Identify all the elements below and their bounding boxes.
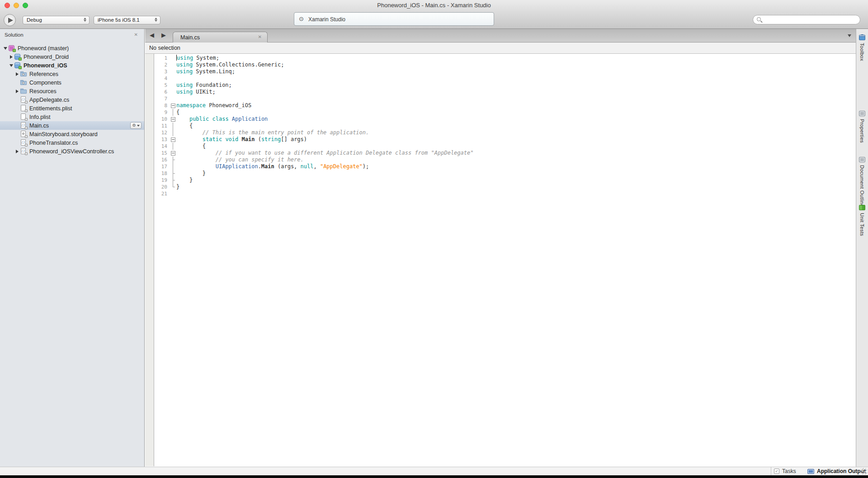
dock-tab-label: Toolbox [859, 43, 865, 61]
navigate-back-button[interactable]: ◀ [150, 32, 154, 38]
tree-item-label: PhoneTranslator.cs [29, 140, 78, 146]
dock-tab-toolbox[interactable]: Toolbox [856, 34, 868, 61]
dock-tab-properties[interactable]: Properties [856, 110, 868, 143]
tasks-label: Tasks [782, 468, 796, 474]
dock-tab-label: Properties [859, 119, 865, 143]
device-label: iPhone 5s iOS 8.1 [98, 17, 140, 23]
tree-item-references[interactable]: References [0, 70, 144, 78]
code-line[interactable]: 9{ [154, 109, 856, 116]
code-line[interactable]: 1using System; [154, 55, 856, 62]
dock-tab-unit-tests[interactable]: Unit Tests [856, 204, 868, 236]
navigate-forward-button[interactable]: ▶ [161, 32, 166, 38]
window-chrome: Phoneword_iOS - Main.cs - Xamarin Studio… [0, 0, 868, 29]
close-tab-icon[interactable]: ✕ [258, 34, 262, 39]
close-pad-icon[interactable]: ✕ [134, 32, 138, 37]
disclosure-triangle-icon[interactable] [14, 150, 20, 153]
code-line[interactable]: 10 public class Application [154, 116, 856, 123]
tree-item-phoneword-master-[interactable]: Phoneword (master) [0, 44, 144, 52]
code-line[interactable]: 6using UIKit; [154, 89, 856, 95]
configuration-select[interactable]: Debug [23, 16, 90, 24]
tree-item-phoneword-ios[interactable]: Phoneword_iOS [0, 61, 144, 70]
code-line[interactable]: 8namespace Phoneword_iOS [154, 102, 856, 109]
disclosure-triangle-icon[interactable] [8, 55, 14, 59]
search-input[interactable] [753, 15, 860, 24]
tree-item-label: Components [29, 80, 61, 86]
code-editor[interactable]: 1using System;2using System.Collections.… [154, 54, 856, 466]
code-line[interactable]: 4 [154, 75, 856, 82]
editor-tab-main-cs[interactable]: Main.cs ✕ [173, 32, 268, 43]
device-select[interactable]: iPhone 5s iOS 8.1 [94, 16, 160, 24]
line-number: 11 [154, 123, 170, 129]
fold-toggle-icon[interactable] [170, 150, 176, 156]
status-icon: ⊙ [299, 15, 304, 22]
code-line[interactable]: 19 } [154, 177, 856, 184]
code-text: // you can specify it here. [176, 156, 304, 163]
tree-item-phoneword-droid[interactable]: Phoneword_Droid [0, 52, 144, 61]
fold-toggle-icon[interactable] [170, 136, 176, 143]
fold-margin [170, 68, 176, 75]
line-number: 16 [154, 156, 170, 163]
line-number: 7 [154, 95, 170, 102]
code-line[interactable]: 20} [154, 184, 856, 190]
code-text: } [176, 184, 179, 190]
line-number: 1 [154, 55, 170, 62]
code-line[interactable]: 17 UIApplication.Main (args, null, "AppD… [154, 163, 856, 170]
tree-item-entitlements-plist[interactable]: Entitlements.plist [0, 104, 144, 113]
fold-margin [170, 62, 176, 68]
tasks-pad-button[interactable]: ✓ Tasks [774, 467, 796, 475]
code-line[interactable]: 16 // you can specify it here. [154, 156, 856, 163]
line-number: 20 [154, 184, 170, 190]
code-line[interactable]: 12 // This is the main entry point of th… [154, 129, 856, 136]
left-dock-strip [145, 54, 154, 466]
code-line[interactable]: 18 } [154, 170, 856, 177]
dock-tab-document-outline[interactable]: Document Outline [856, 156, 868, 207]
fold-margin [170, 163, 176, 170]
fold-toggle-icon[interactable] [170, 116, 176, 123]
fold-margin [170, 75, 176, 82]
tree-item-mainstoryboard-storyboard[interactable]: MainStoryboard.storyboard [0, 130, 144, 138]
fold-margin [170, 89, 176, 95]
statusbar-divider [771, 467, 771, 475]
disclosure-triangle-icon[interactable] [2, 47, 8, 50]
code-line[interactable]: 13 static void Main (string[] args) [154, 136, 856, 143]
stepper-arrows-icon [83, 17, 87, 22]
code-text: using System; [176, 55, 219, 62]
fold-margin [170, 82, 176, 89]
line-number: 21 [154, 190, 170, 197]
tree-item-components[interactable]: Components [0, 78, 144, 87]
line-number: 8 [154, 102, 170, 109]
fold-toggle-icon[interactable] [170, 102, 176, 109]
tree-item-appdelegate-cs[interactable]: {}AppDelegate.cs [0, 95, 144, 104]
editor-pane: ◀ ▶ Main.cs ✕ No selection 1using System… [145, 29, 856, 467]
code-line[interactable]: 7 [154, 95, 856, 102]
code-line[interactable]: 21 [154, 190, 856, 197]
disclosure-triangle-icon[interactable] [8, 64, 14, 67]
code-line[interactable]: 11 { [154, 123, 856, 129]
tree-item-phoneword-iosviewcontroller-cs[interactable]: {}Phoneword_iOSViewController.cs [0, 147, 144, 156]
tab-list-dropdown-icon[interactable] [848, 34, 851, 37]
disclosure-triangle-icon[interactable] [14, 90, 20, 93]
code-text: UIApplication.Main (args, null, "AppDele… [176, 163, 369, 170]
tree-item-label: References [29, 71, 58, 77]
tree-item-main-cs[interactable]: {}Main.cs⚙ [0, 121, 144, 130]
breadcrumb[interactable]: No selection [145, 43, 856, 54]
run-button[interactable] [4, 14, 16, 26]
tree-item-resources[interactable]: Resources [0, 87, 144, 95]
code-line[interactable]: 14 { [154, 143, 856, 150]
tree-item-phonetranslator-cs[interactable]: {}PhoneTranslator.cs [0, 138, 144, 147]
code-line[interactable]: 5using Foundation; [154, 82, 856, 89]
code-line[interactable]: 3using System.Linq; [154, 68, 856, 75]
resize-grip[interactable] [861, 468, 867, 474]
fold-margin [170, 129, 176, 136]
tree-item-info-plist[interactable]: Info.plist [0, 113, 144, 121]
disclosure-triangle-icon[interactable] [14, 72, 20, 76]
fold-margin [170, 123, 176, 129]
code-line[interactable]: 15 // if you want to use a different App… [154, 150, 856, 156]
status-display: ⊙ Xamarin Studio [294, 12, 494, 26]
code-text: using System.Linq; [176, 68, 235, 75]
application-output-pad-button[interactable]: Application Output [807, 467, 866, 475]
item-options-gear-button[interactable]: ⚙ [130, 122, 142, 129]
code-line[interactable]: 2using System.Collections.Generic; [154, 62, 856, 68]
folder-gear-icon [20, 71, 28, 78]
code-text: using System.Collections.Generic; [176, 62, 284, 68]
